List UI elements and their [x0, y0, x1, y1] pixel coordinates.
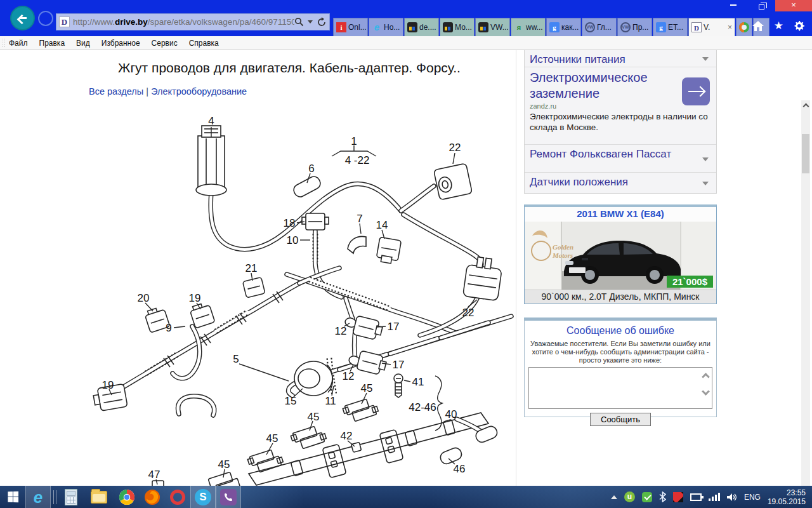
opera-icon — [170, 490, 185, 505]
ad-arrow-button[interactable] — [682, 77, 710, 105]
car-photo[interactable]: Golden Motors — [525, 222, 716, 290]
scrollbar[interactable] — [801, 100, 810, 508]
tab-translate[interactable]: яww... — [511, 18, 546, 36]
chevron-down-icon[interactable] — [702, 157, 709, 161]
ad-position-sensors[interactable]: Датчики положения — [525, 172, 716, 193]
back-button[interactable] — [10, 6, 35, 30]
diagram-part-number: 41 — [412, 376, 424, 388]
volume-icon[interactable] — [727, 493, 737, 502]
diagram-part-number: 4 — [208, 115, 214, 127]
favorites-star-icon[interactable]: ★ — [774, 19, 783, 32]
menu-file[interactable]: Файл — [9, 39, 28, 48]
kaspersky-icon[interactable] — [673, 492, 683, 502]
scroll-up-button[interactable] — [801, 102, 810, 111]
taskbar-separator — [51, 490, 58, 504]
close-button[interactable]: × — [775, 0, 812, 11]
taskbar-opera[interactable] — [165, 486, 190, 508]
tab-onliner[interactable]: iOnl... — [333, 18, 368, 36]
window-controls: × — [719, 0, 812, 11]
bluetooth-icon[interactable] — [659, 491, 666, 502]
network-signal-icon[interactable] — [709, 493, 720, 501]
parts-diagram[interactable]: 414 -22622181071421201991217121751915114… — [0, 50, 521, 486]
clock[interactable]: 23:5519.05.2015 — [768, 488, 806, 506]
report-button[interactable]: Сообщить — [590, 413, 651, 426]
tab-etka-search[interactable]: gЕТ... — [653, 18, 688, 36]
ad-title[interactable]: Источники питания — [530, 53, 625, 65]
start-button[interactable] — [0, 486, 25, 508]
url-text[interactable]: http://www.drive.by/spare/etka/volkswage… — [73, 17, 294, 27]
minimize-button[interactable] — [719, 0, 747, 11]
svg-text:Golden: Golden — [553, 243, 573, 251]
chevron-up-icon[interactable] — [702, 373, 710, 381]
tab-shop-mo[interactable]: Мо... — [440, 18, 475, 36]
tab-news[interactable]: eНо... — [369, 18, 403, 36]
diagram-part-number: 45 — [308, 411, 320, 423]
tab-vw-glossary[interactable]: VWГл... — [582, 18, 617, 36]
error-message-input[interactable] — [529, 368, 712, 408]
tab-shop-vw[interactable]: VW... — [475, 18, 510, 36]
car-ad-caption: 90`000 км., 2.0Т Дизель, МКПП, Минск — [525, 290, 716, 304]
taskbar-viber[interactable] — [216, 486, 241, 508]
google-icon: g — [656, 22, 666, 32]
car-ad-title[interactable]: 2011 BMW X1 (E84) — [525, 207, 716, 222]
battery-icon[interactable] — [690, 493, 702, 501]
scrollbar-thumb[interactable] — [802, 134, 809, 173]
menu-edit[interactable]: Правка — [39, 39, 65, 48]
menu-tools[interactable]: Сервис — [152, 39, 178, 48]
diagram-part-number: 5 — [233, 353, 239, 365]
page-content: Жгут проводов для двигателя. Кабель-адап… — [0, 50, 812, 486]
car-ad[interactable]: 2011 BMW X1 (E84) Golden Motors — [524, 204, 717, 304]
taskbar-ie[interactable]: e — [25, 486, 51, 508]
refresh-icon[interactable] — [317, 17, 327, 27]
language-indicator[interactable]: ENG — [744, 493, 761, 502]
taskbar-firefox[interactable] — [140, 486, 165, 508]
toolbar-grip[interactable] — [2, 38, 5, 48]
error-box-text: Уважаемые посетители. Если Вы заметили о… — [528, 340, 712, 364]
ad-grounding[interactable]: Электрохимическое заземление zandz.ru Эл… — [525, 67, 716, 144]
shop-bag-icon — [407, 22, 417, 32]
restore-button[interactable] — [747, 0, 775, 11]
tab-active-drive-by[interactable]: DV.× — [688, 18, 735, 36]
ad-power-sources[interactable]: Источники питания — [525, 50, 716, 67]
diagram-part-number: 17 — [393, 359, 405, 371]
home-icon[interactable] — [752, 21, 764, 31]
ad-title[interactable]: Датчики положения — [530, 176, 628, 188]
address-bar[interactable]: D http://www.drive.by/spare/etka/volkswa… — [56, 13, 330, 30]
ad-title[interactable]: Ремонт Фольксваген Пассат — [530, 147, 676, 161]
utorrent-icon[interactable]: u — [624, 491, 635, 502]
diagram-part-number: 9 — [166, 322, 171, 334]
chevron-down-icon[interactable] — [702, 57, 709, 61]
diagram-part-number: 17 — [388, 321, 400, 333]
menu-help[interactable]: Справка — [189, 39, 219, 48]
site-favicon: D — [59, 17, 70, 27]
messenger-check-icon[interactable] — [642, 492, 652, 502]
diagram-part-number: 45 — [218, 458, 230, 471]
chrome-icon — [119, 489, 135, 505]
ad-vw-repair[interactable]: Ремонт Фольксваген Пассат — [525, 144, 716, 172]
chevron-down-icon[interactable] — [702, 182, 709, 185]
taskbar-skype[interactable]: S — [190, 486, 216, 508]
search-icon[interactable] — [294, 17, 304, 27]
windows-logo-icon — [8, 491, 18, 503]
chevron-down-icon[interactable] — [702, 387, 710, 396]
tab-partial[interactable] — [736, 18, 752, 36]
tab-close-icon[interactable]: × — [728, 23, 732, 32]
tab-shop-de[interactable]: de.... — [404, 18, 439, 36]
ad-title[interactable]: Электрохимическое заземление — [530, 70, 648, 100]
tab-vw-price[interactable]: VWПр... — [617, 18, 652, 36]
forward-arrow-icon — [42, 15, 49, 22]
taskbar-explorer[interactable] — [84, 486, 114, 508]
error-box-title: Сообщение об ошибке — [525, 325, 716, 337]
forward-button[interactable] — [38, 11, 53, 26]
tab-google-search[interactable]: gкак... — [546, 18, 581, 36]
menu-view[interactable]: Вид — [76, 39, 90, 48]
folder-icon — [91, 491, 107, 504]
taskbar-calculator[interactable] — [58, 486, 84, 508]
tray-expand-icon[interactable] — [611, 495, 617, 499]
svg-text:Motors: Motors — [552, 251, 573, 259]
taskbar-chrome[interactable] — [114, 486, 140, 508]
settings-gear-icon[interactable] — [794, 20, 804, 31]
round-color-icon — [739, 22, 749, 32]
menu-favorites[interactable]: Избранное — [102, 39, 140, 48]
search-options-caret[interactable] — [308, 20, 313, 23]
